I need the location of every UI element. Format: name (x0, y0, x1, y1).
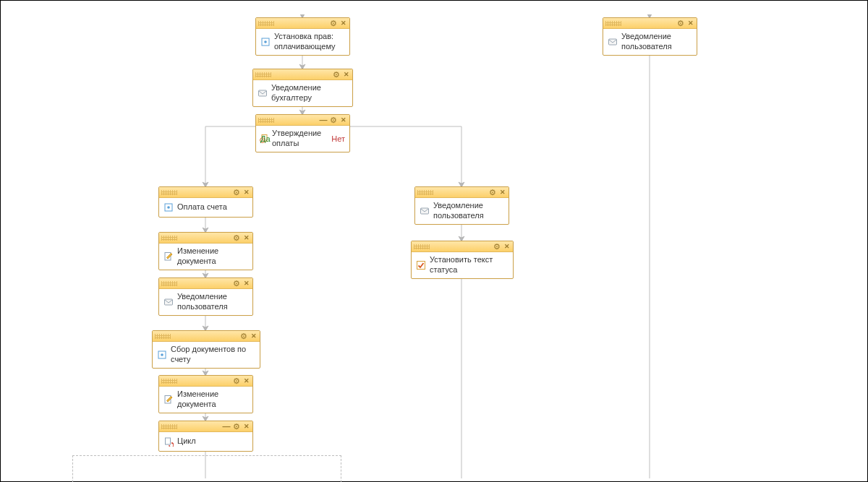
close-icon[interactable]: ✕ (243, 234, 250, 241)
drag-grip-icon[interactable] (161, 190, 177, 195)
node-label: Цикл (177, 436, 196, 447)
minimize-icon[interactable]: — (223, 423, 230, 430)
close-icon[interactable]: ✕ (340, 20, 347, 27)
close-icon[interactable]: ✕ (243, 280, 250, 287)
node-titlebar[interactable]: ⚙ ✕ (256, 18, 349, 29)
svg-rect-26 (421, 208, 429, 214)
node-pay-invoice[interactable]: ⚙ ✕ Оплата счета (158, 186, 253, 218)
close-icon[interactable]: ✕ (243, 377, 250, 384)
node-label: Оплата счета (177, 202, 227, 212)
node-notify-user-1[interactable]: ⚙ ✕ Уведомление пользователя (158, 277, 253, 316)
square-dot-icon (157, 350, 167, 360)
close-icon[interactable]: ✕ (499, 189, 506, 196)
node-loop[interactable]: — ⚙ ✕ Цикл (158, 421, 253, 452)
node-label: Уведомление пользователя (177, 292, 248, 312)
gear-icon[interactable]: ⚙ (240, 332, 247, 340)
svg-rect-27 (417, 261, 425, 269)
close-icon[interactable]: ✕ (340, 116, 347, 124)
node-label: Установка прав: оплачивающему (274, 32, 345, 52)
node-edit-doc-1[interactable]: ⚙ ✕ Изменение документа (158, 232, 253, 270)
close-icon[interactable]: ✕ (243, 189, 250, 196)
node-titlebar[interactable]: ⚙ ✕ (253, 69, 352, 80)
gear-icon[interactable]: ⚙ (493, 243, 501, 250)
mail-icon (420, 206, 430, 216)
node-label: Изменение документа (177, 246, 248, 267)
check-box-icon (416, 260, 426, 270)
node-approve-payment[interactable]: — ⚙ ✕ Да Утверждение оплаты Нет (255, 114, 350, 152)
drag-grip-icon[interactable] (161, 236, 177, 241)
close-icon[interactable]: ✕ (250, 332, 258, 340)
node-titlebar[interactable]: ⚙ ✕ (603, 18, 697, 29)
node-label: Установить текст статуса (430, 255, 509, 275)
node-titlebar[interactable]: — ⚙ ✕ (159, 421, 252, 432)
svg-rect-28 (609, 39, 617, 45)
node-label: Уведомление пользователя (433, 201, 504, 221)
node-titlebar[interactable]: ⚙ ✕ (153, 331, 260, 342)
diagram-frame: ⚙ ✕ Установка прав: оплачивающему ⚙ ✕ Ув… (0, 0, 868, 482)
mail-icon (608, 37, 618, 47)
square-dot-icon (260, 37, 271, 47)
edit-doc-icon (163, 251, 174, 262)
gear-icon[interactable]: ⚙ (330, 20, 337, 27)
loop-container (72, 455, 341, 482)
drag-grip-icon[interactable] (414, 244, 430, 249)
node-notify-user-2[interactable]: ⚙ ✕ Уведомление пользователя (414, 186, 509, 225)
node-titlebar[interactable]: ⚙ ✕ (159, 233, 252, 244)
node-titlebar[interactable]: ⚙ ✕ (412, 241, 513, 252)
drag-grip-icon[interactable] (258, 21, 274, 26)
branch-no-label: Нет (331, 134, 345, 143)
mail-icon (163, 297, 174, 307)
node-set-status-text[interactable]: ⚙ ✕ Установить текст статуса (411, 241, 514, 279)
gear-icon[interactable]: ⚙ (233, 377, 240, 384)
close-icon[interactable]: ✕ (343, 71, 350, 78)
node-titlebar[interactable]: ⚙ ✕ (159, 187, 252, 198)
gear-icon[interactable]: ⚙ (233, 423, 240, 430)
minimize-icon[interactable]: — (320, 116, 327, 124)
drag-grip-icon[interactable] (255, 72, 271, 77)
close-icon[interactable]: ✕ (503, 243, 511, 250)
gear-icon[interactable]: ⚙ (677, 20, 684, 27)
gear-icon[interactable]: ⚙ (333, 71, 340, 78)
svg-rect-15 (259, 90, 267, 96)
mail-icon (258, 88, 268, 98)
gear-icon[interactable]: ⚙ (233, 189, 240, 196)
square-dot-icon (163, 202, 174, 212)
node-titlebar[interactable]: ⚙ ✕ (159, 376, 252, 387)
drag-grip-icon[interactable] (161, 379, 177, 384)
node-label: Уведомление бухгалтеру (271, 83, 348, 103)
node-collect-docs[interactable]: ⚙ ✕ Сбор документов по счету (152, 330, 260, 369)
node-titlebar[interactable]: — ⚙ ✕ (256, 115, 349, 126)
svg-point-19 (167, 206, 170, 209)
svg-rect-25 (166, 438, 171, 444)
node-edit-doc-2[interactable]: ⚙ ✕ Изменение документа (158, 375, 253, 413)
svg-rect-21 (165, 299, 173, 305)
diagram-canvas[interactable]: ⚙ ✕ Установка прав: оплачивающему ⚙ ✕ Ув… (14, 14, 864, 478)
gear-icon[interactable]: ⚙ (330, 116, 337, 124)
svg-point-14 (264, 40, 267, 43)
loop-icon (163, 436, 174, 447)
node-titlebar[interactable]: ⚙ ✕ (415, 187, 509, 198)
gear-icon[interactable]: ⚙ (489, 189, 496, 196)
close-icon[interactable]: ✕ (687, 20, 694, 27)
drag-grip-icon[interactable] (161, 281, 177, 286)
drag-grip-icon[interactable] (417, 190, 433, 195)
node-set-rights[interactable]: ⚙ ✕ Установка прав: оплачивающему (255, 17, 350, 56)
edit-doc-icon (163, 395, 174, 405)
drag-grip-icon[interactable] (605, 21, 621, 26)
branch-yes-label: Да (260, 134, 271, 143)
close-icon[interactable]: ✕ (243, 423, 250, 430)
gear-icon[interactable]: ⚙ (233, 234, 240, 241)
drag-grip-icon[interactable] (161, 424, 177, 429)
svg-point-23 (161, 353, 163, 356)
node-label: Уведомление пользователя (621, 32, 692, 52)
node-notify-accountant[interactable]: ⚙ ✕ Уведомление бухгалтеру (252, 69, 353, 107)
drag-grip-icon[interactable] (155, 334, 171, 339)
gear-icon[interactable]: ⚙ (233, 280, 240, 287)
node-notify-user-3[interactable]: ⚙ ✕ Уведомление пользователя (603, 17, 697, 56)
node-titlebar[interactable]: ⚙ ✕ (159, 278, 252, 289)
node-label: Сбор документов по счету (171, 345, 255, 365)
drag-grip-icon[interactable] (258, 118, 274, 123)
node-label: Изменение документа (177, 390, 248, 410)
